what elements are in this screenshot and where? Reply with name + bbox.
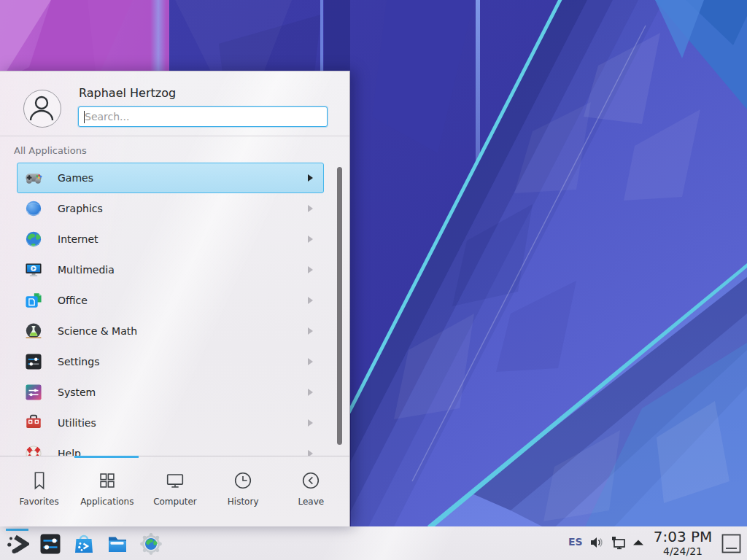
- web-browser-button[interactable]: [139, 532, 163, 556]
- submenu-arrow-icon: [308, 297, 313, 304]
- tab-label: Favorites: [19, 497, 58, 507]
- science-math-icon: [24, 322, 43, 341]
- category-label: Multimedia: [58, 264, 115, 276]
- taskbar: ES 7:03 PM 4/24/21: [0, 526, 747, 560]
- submenu-arrow-icon: [308, 419, 313, 427]
- discover-button[interactable]: [72, 532, 96, 556]
- show-desktop-button[interactable]: [721, 534, 741, 553]
- category-row-system[interactable]: System: [17, 377, 324, 408]
- tab-computer[interactable]: Computer: [141, 461, 209, 513]
- application-launcher-menu: Raphael Hertzog All Applications Games: [0, 71, 350, 526]
- tabbar-divider: [0, 456, 349, 456]
- clock-time: 7:03 PM: [642, 528, 724, 545]
- category-label: Settings: [58, 356, 99, 368]
- utilities-icon: [24, 413, 43, 432]
- user-name: Raphael Hertzog: [79, 86, 176, 100]
- submenu-arrow-icon: [308, 450, 313, 456]
- application-launcher-button[interactable]: [6, 532, 29, 556]
- tab-history[interactable]: History: [209, 461, 277, 513]
- category-row-games[interactable]: Games: [17, 163, 324, 193]
- kickoff-tab-bar: Favorites Applications Computer: [5, 461, 345, 513]
- tab-favorites[interactable]: Favorites: [5, 461, 73, 513]
- category-label: Utilities: [58, 417, 96, 429]
- tab-label: Leave: [298, 497, 324, 507]
- office-icon: [24, 291, 43, 310]
- category-row-settings[interactable]: Settings: [17, 346, 324, 377]
- favorites-icon: [28, 470, 50, 491]
- category-label: Office: [58, 295, 88, 306]
- computer-icon: [164, 470, 186, 491]
- category-row-graphics[interactable]: Graphics: [17, 193, 324, 224]
- tab-applications[interactable]: Applications: [73, 461, 141, 513]
- category-label: Games: [58, 172, 93, 184]
- category-row-science-math[interactable]: Science & Math: [17, 316, 324, 346]
- submenu-arrow-icon: [308, 205, 313, 212]
- leave-icon: [300, 470, 322, 491]
- tab-label: Applications: [80, 497, 133, 507]
- tab-leave[interactable]: Leave: [277, 461, 345, 513]
- submenu-arrow-icon: [308, 389, 313, 396]
- submenu-arrow-icon: [308, 327, 313, 335]
- user-avatar[interactable]: [23, 90, 61, 128]
- launcher-active-indicator: [6, 529, 28, 531]
- help-icon: [24, 444, 43, 456]
- settings-icon: [24, 352, 43, 371]
- system-settings-button[interactable]: [39, 532, 62, 556]
- clock-date: 4/24/21: [642, 545, 724, 557]
- applications-icon: [96, 470, 118, 491]
- submenu-arrow-icon: [308, 266, 313, 273]
- submenu-arrow-icon: [308, 236, 313, 243]
- tab-label: History: [228, 497, 259, 507]
- category-list: Games Graphics Internet: [17, 163, 324, 456]
- multimedia-icon: [24, 260, 43, 279]
- keyboard-layout-indicator[interactable]: ES: [568, 536, 583, 548]
- category-row-internet[interactable]: Internet: [17, 224, 324, 254]
- category-label: Internet: [58, 233, 98, 245]
- active-tab-indicator: [74, 456, 139, 458]
- category-row-utilities[interactable]: Utilities: [17, 408, 324, 438]
- network-icon[interactable]: [611, 535, 627, 551]
- volume-icon[interactable]: [589, 535, 604, 550]
- section-label: All Applications: [14, 145, 87, 156]
- category-label: Help: [58, 448, 81, 456]
- category-label: Graphics: [58, 203, 103, 214]
- user-icon: [24, 90, 59, 125]
- system-icon: [24, 383, 43, 402]
- submenu-arrow-icon: [308, 174, 313, 182]
- category-label: System: [58, 386, 96, 398]
- tab-label: Computer: [153, 497, 197, 507]
- games-icon: [24, 168, 43, 187]
- digital-clock[interactable]: 7:03 PM 4/24/21: [642, 528, 724, 557]
- file-manager-button[interactable]: [106, 532, 129, 556]
- graphics-icon: [24, 199, 43, 218]
- header-divider: [0, 136, 349, 136]
- list-scrollbar[interactable]: [337, 167, 342, 445]
- text-cursor: [84, 111, 85, 123]
- category-row-office[interactable]: Office: [17, 285, 324, 316]
- search-input[interactable]: [79, 107, 327, 126]
- search-field-wrap: [78, 106, 328, 127]
- submenu-arrow-icon: [308, 358, 313, 365]
- internet-icon: [24, 230, 43, 249]
- history-icon: [232, 470, 254, 491]
- category-row-help[interactable]: Help: [17, 438, 324, 456]
- category-row-multimedia[interactable]: Multimedia: [17, 254, 324, 285]
- category-label: Science & Math: [58, 325, 137, 337]
